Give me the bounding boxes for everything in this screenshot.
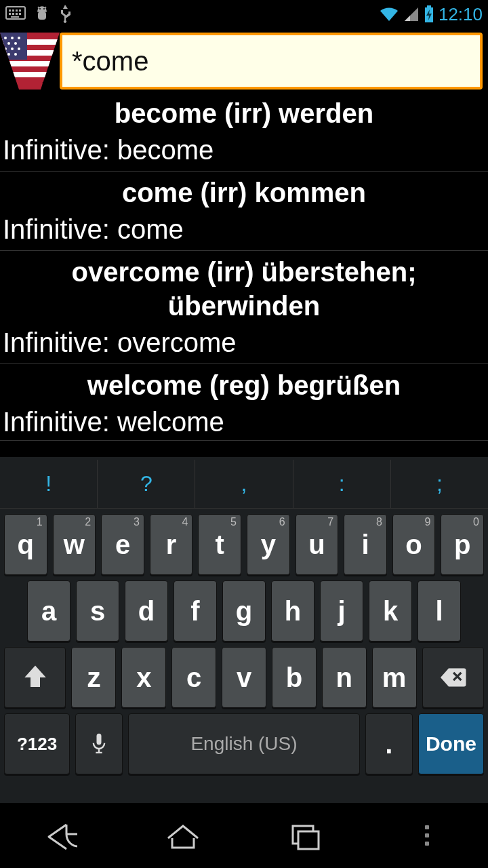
hardware-keyboard-icon (5, 6, 26, 22)
battery-charging-icon (424, 5, 434, 23)
back-button[interactable] (30, 815, 92, 856)
key-row-1: q1w2e3r4t5y6u7i8o9p0 (0, 509, 488, 575)
result-title: come (irr) kommen (0, 172, 488, 211)
android-debug-icon (34, 5, 50, 23)
result-title: overcome (irr) überstehen; überwinden (0, 251, 488, 324)
suggestion-key[interactable]: ! (0, 460, 98, 508)
status-right: 12:10 (379, 4, 483, 25)
key-m[interactable]: m (372, 647, 417, 708)
key-g[interactable]: g (222, 580, 266, 642)
svg-rect-1 (9, 9, 11, 12)
key-n[interactable]: n (322, 647, 367, 708)
key-e[interactable]: e3 (101, 514, 144, 575)
svg-point-11 (39, 8, 41, 9)
svg-rect-3 (16, 9, 18, 12)
result-subtitle: Infinitive: welcome (0, 403, 488, 440)
key-i[interactable]: i8 (344, 514, 387, 575)
svg-rect-32 (97, 734, 102, 745)
suggestion-key[interactable]: ? (98, 460, 195, 508)
list-item[interactable]: welcome (reg) begrüßen Infinitive: welco… (0, 364, 488, 441)
soft-keyboard: ! ? , : ; q1w2e3r4t5y6u7i8o9p0 asdfghjkl… (0, 457, 488, 803)
search-input[interactable] (60, 33, 483, 90)
key-u[interactable]: u7 (296, 514, 339, 575)
result-subtitle: Infinitive: come (0, 211, 488, 250)
result-subtitle: Infinitive: become (0, 132, 488, 171)
key-row-2: asdfghjkl (0, 575, 488, 642)
key-a[interactable]: a (27, 580, 70, 642)
shift-key[interactable] (4, 647, 66, 708)
svg-rect-34 (298, 831, 319, 849)
key-k[interactable]: k (369, 580, 412, 642)
key-row-3: zxcvbnm (0, 642, 488, 708)
svg-text:pro: pro (42, 79, 55, 89)
svg-rect-10 (38, 12, 46, 20)
status-left (5, 5, 72, 24)
usb-icon (58, 5, 72, 24)
key-d[interactable]: d (125, 580, 168, 642)
svg-rect-14 (427, 5, 431, 7)
svg-point-29 (7, 53, 10, 56)
result-title: welcome (reg) begrüßen (0, 364, 488, 403)
svg-point-28 (18, 47, 20, 50)
key-r[interactable]: r4 (150, 514, 193, 575)
key-j[interactable]: j (320, 580, 363, 642)
key-b[interactable]: b (272, 647, 317, 708)
svg-rect-4 (19, 9, 21, 12)
list-item[interactable]: overcome (irr) überstehen; überwinden In… (0, 251, 488, 364)
status-time: 12:10 (439, 4, 483, 25)
cell-signal-icon (403, 6, 420, 22)
svg-rect-2 (12, 9, 14, 12)
svg-point-27 (11, 47, 14, 50)
key-l[interactable]: l (418, 580, 461, 642)
home-button[interactable] (152, 815, 214, 856)
key-w[interactable]: w2 (53, 514, 96, 575)
results-list[interactable]: become (irr) werden Infinitive: become c… (0, 92, 488, 441)
svg-rect-8 (19, 13, 21, 15)
key-o[interactable]: o9 (392, 514, 436, 575)
key-row-4: ?123 English (US) . Done (0, 708, 488, 774)
svg-point-24 (7, 42, 10, 45)
wifi-icon (379, 6, 399, 22)
key-p[interactable]: p0 (441, 514, 484, 575)
list-item[interactable]: become (irr) werden Infinitive: become (0, 92, 488, 172)
svg-point-22 (11, 37, 14, 39)
app-logo: pro (0, 33, 60, 90)
symbols-key[interactable]: ?123 (4, 713, 70, 774)
period-key[interactable]: . (365, 713, 413, 774)
svg-rect-7 (16, 13, 18, 15)
status-bar: 12:10 (0, 0, 488, 28)
key-q[interactable]: q1 (4, 514, 47, 575)
space-key[interactable]: English (US) (128, 713, 360, 774)
suggestion-row: ! ? , : ; (0, 460, 488, 509)
svg-rect-9 (11, 16, 19, 18)
svg-point-21 (4, 37, 7, 39)
done-key[interactable]: Done (418, 713, 484, 774)
key-h[interactable]: h (271, 580, 314, 642)
key-s[interactable]: s (76, 580, 119, 642)
svg-point-30 (14, 53, 17, 56)
svg-point-26 (4, 47, 7, 50)
key-y[interactable]: y6 (247, 514, 290, 575)
key-v[interactable]: v (222, 647, 266, 708)
overflow-button[interactable] (396, 815, 458, 856)
suggestion-key[interactable]: ; (391, 460, 488, 508)
key-f[interactable]: f (174, 580, 217, 642)
list-item[interactable]: come (irr) kommen Infinitive: come (0, 172, 488, 251)
key-t[interactable]: t5 (198, 514, 241, 575)
svg-point-23 (18, 37, 20, 39)
svg-rect-6 (12, 13, 14, 15)
key-x[interactable]: x (121, 647, 166, 708)
result-title: become (irr) werden (0, 92, 488, 132)
mic-key[interactable] (75, 713, 123, 774)
svg-rect-19 (0, 72, 60, 77)
key-z[interactable]: z (71, 647, 116, 708)
navigation-bar (0, 803, 488, 868)
suggestion-key[interactable]: , (195, 460, 293, 508)
suggestion-key[interactable]: : (293, 460, 391, 508)
key-c[interactable]: c (171, 647, 216, 708)
svg-point-12 (43, 8, 45, 9)
backspace-key[interactable] (422, 647, 484, 708)
result-subtitle: Infinitive: overcome (0, 324, 488, 363)
recents-button[interactable] (274, 815, 336, 856)
svg-rect-5 (9, 13, 11, 15)
